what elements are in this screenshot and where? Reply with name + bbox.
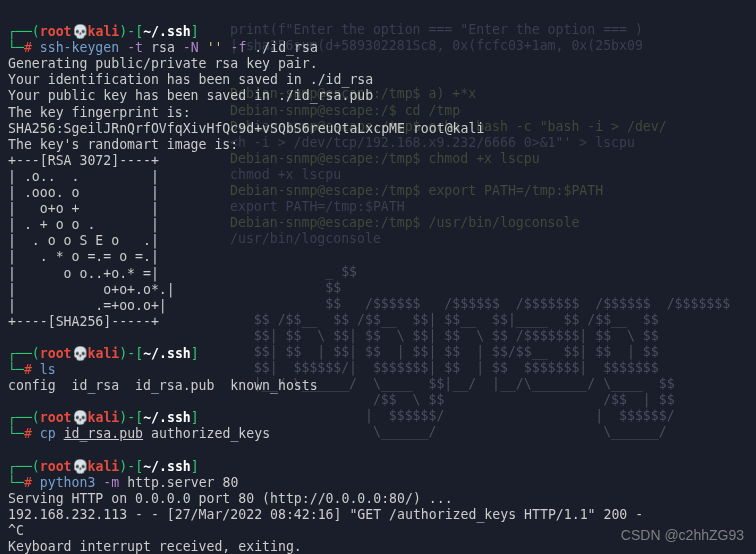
command-line: └─# ssh-keygen -t rsa -N '' -f ./id_rsa	[8, 40, 318, 55]
prompt-line: ┌──(root💀kali)-[~/.ssh]	[8, 459, 199, 474]
watermark-text: CSDN @c2hhZG93	[621, 527, 744, 544]
prompt-line: ┌──(root💀kali)-[~/.ssh]	[8, 24, 199, 39]
randomart-line: +----[SHA256]-----+	[8, 314, 159, 329]
output-line: The key's randomart image is:	[8, 137, 238, 152]
randomart-line: | o o..+o.* =|	[8, 266, 159, 281]
randomart-line: | .=+oo.o+|	[8, 298, 167, 313]
output-line: SHA256:SgeilJRnQrfOVfqXivHfQc9d+vSQbS6re…	[8, 121, 484, 136]
output-line: The key fingerprint is:	[8, 105, 191, 120]
output-line: 192.168.232.113 - - [27/Mar/2022 08:42:1…	[8, 507, 643, 522]
randomart-line: | .ooo. o |	[8, 185, 159, 200]
output-line: Keyboard interrupt received, exiting.	[8, 539, 302, 554]
output-line: Your identification has been saved in ./…	[8, 72, 373, 87]
prompt-line: ┌──(root💀kali)-[~/.ssh]	[8, 410, 199, 425]
command-line: └─# cp id_rsa.pub authorized_keys	[8, 426, 270, 441]
output-line: ^C	[8, 523, 24, 538]
randomart-line: | . o o S E o .|	[8, 233, 159, 248]
output-line: Generating public/private rsa key pair.	[8, 56, 318, 71]
randomart-line: | o+o + |	[8, 201, 159, 216]
output-line: config id_rsa id_rsa.pub known_hosts	[8, 378, 318, 393]
command-line: └─# ls	[8, 362, 56, 377]
terminal-output[interactable]: ┌──(root💀kali)-[~/.ssh] └─# ssh-keygen -…	[0, 0, 756, 554]
randomart-line: | . * o =.= o =.|	[8, 249, 159, 264]
randomart-line: | . + o o . |	[8, 217, 159, 232]
prompt-line: ┌──(root💀kali)-[~/.ssh]	[8, 346, 199, 361]
randomart-line: | o+o+.o*.|	[8, 282, 175, 297]
command-line: └─# python3 -m http.server 80	[8, 475, 238, 490]
randomart-line: | .o.. . |	[8, 169, 159, 184]
output-line: Your public key has been saved in ./id_r…	[8, 88, 373, 103]
output-line: Serving HTTP on 0.0.0.0 port 80 (http://…	[8, 491, 453, 506]
randomart-line: +---[RSA 3072]----+	[8, 153, 159, 168]
